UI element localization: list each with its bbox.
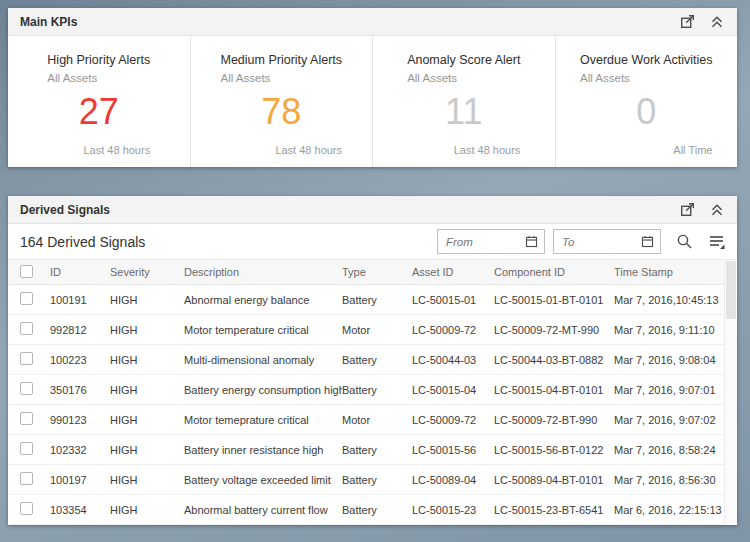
cell-type: Battery xyxy=(342,384,412,396)
cell-severity: HIGH xyxy=(110,324,184,336)
cell-time-stamp: Mar 7, 2016, 8:56:30 xyxy=(614,474,723,486)
column-header-description[interactable]: Description xyxy=(184,266,342,278)
cell-severity: HIGH xyxy=(110,384,184,396)
table-scrollbar[interactable] xyxy=(724,260,737,525)
date-to-input[interactable] xyxy=(554,236,641,248)
table-row[interactable]: 992812 HIGH Motor temperature critical M… xyxy=(8,315,737,345)
kpi-tile[interactable]: Anomaly Score Alert All Assets 11 Last 4… xyxy=(372,36,555,167)
row-checkbox[interactable] xyxy=(20,502,33,515)
select-all-checkbox[interactable] xyxy=(20,265,33,278)
cell-severity: HIGH xyxy=(110,444,184,456)
kpi-title: Overdue Work Activities xyxy=(580,53,712,67)
cell-component-id: LC-50009-72-MT-990 xyxy=(494,324,614,336)
row-checkbox-cell xyxy=(20,322,50,337)
cell-type: Battery xyxy=(342,294,412,306)
kpi-tile-content: High Priority Alerts All Assets 27 Last … xyxy=(47,53,150,167)
date-from-input[interactable] xyxy=(438,236,525,248)
cell-component-id: LC-50015-04-BT-0101 xyxy=(494,384,614,396)
cell-type: Battery xyxy=(342,474,412,486)
open-in-new-window-icon[interactable] xyxy=(677,202,697,218)
collapse-icon[interactable] xyxy=(707,14,727,30)
table-row[interactable]: 100223 HIGH Multi-dimensional anomaly Ba… xyxy=(8,345,737,375)
open-in-new-window-icon[interactable] xyxy=(677,14,697,30)
cell-asset-id: LC-50044-03 xyxy=(412,354,494,366)
cell-asset-id: LC-50009-72 xyxy=(412,414,494,426)
view-settings-icon[interactable] xyxy=(708,233,725,250)
row-checkbox[interactable] xyxy=(20,442,33,455)
cell-type: Battery xyxy=(342,444,412,456)
cell-asset-id: LC-50015-01 xyxy=(412,294,494,306)
row-checkbox[interactable] xyxy=(20,412,33,425)
table-row[interactable]: 350176 HIGH Battery energy consumption h… xyxy=(8,375,737,405)
column-header-severity[interactable]: Severity xyxy=(110,266,184,278)
row-checkbox-cell xyxy=(20,502,50,517)
column-header-id[interactable]: ID xyxy=(50,266,110,278)
cell-time-stamp: Mar 7, 2016,10:45:13 xyxy=(614,294,723,306)
table-row[interactable]: 100197 HIGH Battery voltage exceeded lim… xyxy=(8,465,737,495)
table-row[interactable]: 103354 HIGH Abnormal battery current flo… xyxy=(8,495,737,525)
search-icon[interactable] xyxy=(676,233,693,250)
column-header-type[interactable]: Type xyxy=(342,266,412,278)
derived-signals-panel: Derived Signals 164 Derived Signals xyxy=(8,196,737,525)
cell-time-stamp: Mar 7, 2016, 9:07:01 xyxy=(614,384,723,396)
row-checkbox[interactable] xyxy=(20,382,33,395)
kpi-tile[interactable]: Medium Priority Alerts All Assets 78 Las… xyxy=(190,36,373,167)
panel-title: Main KPIs xyxy=(20,15,667,29)
cell-time-stamp: Mar 7, 2016, 9:11:10 xyxy=(614,324,723,336)
cell-time-stamp: Mar 7, 2016, 9:07:02 xyxy=(614,414,723,426)
row-checkbox[interactable] xyxy=(20,322,33,335)
cell-severity: HIGH xyxy=(110,414,184,426)
signals-table: ID Severity Description Type Asset ID Co… xyxy=(8,260,737,525)
kpi-tile[interactable]: High Priority Alerts All Assets 27 Last … xyxy=(8,36,190,167)
row-checkbox[interactable] xyxy=(20,472,33,485)
cell-id: 100223 xyxy=(50,354,110,366)
calendar-icon[interactable] xyxy=(641,235,654,248)
kpi-tile-content: Medium Priority Alerts All Assets 78 Las… xyxy=(220,53,342,167)
column-header-time-stamp[interactable]: Time Stamp xyxy=(614,266,723,278)
column-header-component-id[interactable]: Component ID xyxy=(494,266,614,278)
kpi-footer: Last 48 hours xyxy=(220,144,342,156)
kpi-tile-content: Overdue Work Activities All Assets 0 All… xyxy=(580,53,712,167)
calendar-icon[interactable] xyxy=(525,235,538,248)
cell-component-id: LC-50044-03-BT-0882 xyxy=(494,354,614,366)
kpi-footer: All Time xyxy=(580,144,712,156)
cell-severity: HIGH xyxy=(110,354,184,366)
date-from-field[interactable] xyxy=(437,229,545,254)
cell-severity: HIGH xyxy=(110,474,184,486)
cell-component-id: LC-50015-56-BT-0122 xyxy=(494,444,614,456)
panel-title: Derived Signals xyxy=(20,203,667,217)
kpi-title: Anomaly Score Alert xyxy=(407,53,520,67)
cell-severity: HIGH xyxy=(110,294,184,306)
kpi-tiles: High Priority Alerts All Assets 27 Last … xyxy=(8,36,737,167)
collapse-icon[interactable] xyxy=(707,202,727,218)
cell-description: Motor temeprature critical xyxy=(184,414,342,426)
row-checkbox[interactable] xyxy=(20,352,33,365)
main-kpis-panel: Main KPIs High Priority Alerts All Asset… xyxy=(8,8,737,167)
cell-description: Multi-dimensional anomaly xyxy=(184,354,342,366)
scrollbar-thumb[interactable] xyxy=(726,261,736,319)
cell-type: Battery xyxy=(342,504,412,516)
row-checkbox[interactable] xyxy=(20,292,33,305)
kpi-title: Medium Priority Alerts xyxy=(220,53,342,67)
table-row[interactable]: 100191 HIGH Abnormal energy balance Batt… xyxy=(8,285,737,315)
row-checkbox-cell xyxy=(20,292,50,307)
cell-id: 103354 xyxy=(50,504,110,516)
date-to-field[interactable] xyxy=(553,229,661,254)
column-header-asset-id[interactable]: Asset ID xyxy=(412,266,494,278)
table-row[interactable]: 990123 HIGH Motor temeprature critical M… xyxy=(8,405,737,435)
table-row[interactable]: 102332 HIGH Battery inner resistance hig… xyxy=(8,435,737,465)
kpi-footer: Last 48 hours xyxy=(407,144,520,156)
row-checkbox-cell xyxy=(20,412,50,427)
kpi-value: 0 xyxy=(580,94,712,130)
signals-table-toolbar: 164 Derived Signals xyxy=(8,224,737,260)
kpi-tile[interactable]: Overdue Work Activities All Assets 0 All… xyxy=(555,36,738,167)
kpi-subtitle: All Assets xyxy=(580,72,712,84)
cell-component-id: LC-50015-23-BT-6541 xyxy=(494,504,614,516)
kpi-footer: Last 48 hours xyxy=(47,144,150,156)
table-header-row: ID Severity Description Type Asset ID Co… xyxy=(8,260,737,285)
cell-component-id: LC-50089-04-BT-0101 xyxy=(494,474,614,486)
kpi-value: 27 xyxy=(47,94,150,130)
cell-description: Battery voltage exceeded limit xyxy=(184,474,342,486)
cell-description: Abnormal energy balance xyxy=(184,294,342,306)
cell-description: Battery inner resistance high xyxy=(184,444,342,456)
